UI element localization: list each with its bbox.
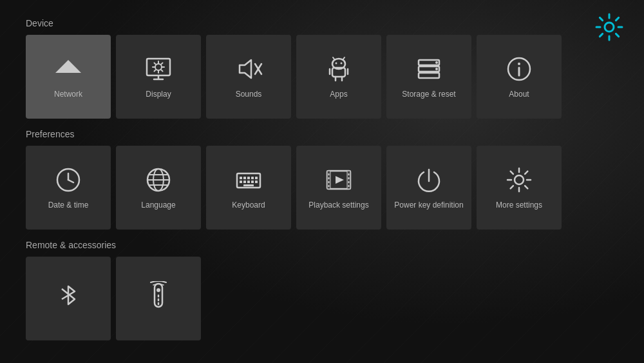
tile-keyboard[interactable]: Keyboard	[206, 146, 291, 230]
svg-line-84	[511, 186, 513, 188]
about-icon	[505, 55, 533, 83]
svg-line-45	[68, 180, 73, 182]
svg-rect-72	[348, 181, 350, 183]
svg-rect-61	[255, 181, 258, 183]
svg-rect-56	[255, 177, 258, 179]
sounds-icon	[234, 55, 263, 83]
svg-point-86	[156, 288, 160, 292]
svg-rect-70	[348, 173, 350, 175]
svg-rect-71	[348, 177, 350, 179]
svg-marker-9	[55, 60, 81, 73]
tile-network-label: Network	[54, 90, 82, 99]
tile-apps[interactable]: Apps	[296, 35, 381, 119]
svg-line-18	[155, 63, 156, 64]
preferences-grid: Date & time Language	[26, 146, 618, 230]
svg-line-21	[155, 70, 156, 71]
keyboard-icon	[234, 166, 263, 194]
svg-rect-73	[348, 185, 350, 187]
remote-section-label: Remote & accessories	[26, 240, 618, 250]
display-icon	[144, 55, 173, 83]
remote-icon	[144, 281, 173, 309]
tile-storage-reset[interactable]: Storage & reset	[386, 35, 471, 119]
svg-line-6	[616, 34, 618, 36]
tile-display[interactable]: Display	[116, 35, 201, 119]
device-section-label: Device	[26, 18, 618, 28]
more-settings-icon	[505, 166, 533, 194]
preferences-section: Preferences Date & time	[26, 129, 618, 230]
svg-line-5	[600, 17, 602, 20]
power-icon	[415, 166, 443, 194]
tile-language[interactable]: Language	[116, 146, 201, 230]
tile-about-label: About	[509, 90, 529, 99]
tile-about[interactable]: About	[477, 35, 562, 119]
tile-apps-label: Apps	[330, 90, 347, 99]
svg-rect-55	[251, 177, 254, 179]
tile-playback-settings-label: Playback settings	[308, 201, 368, 210]
tile-more-settings-label: More settings	[496, 201, 542, 210]
svg-rect-60	[251, 181, 254, 183]
svg-rect-53	[243, 177, 246, 179]
svg-rect-68	[328, 181, 330, 183]
svg-line-81	[511, 172, 513, 174]
network-icon	[54, 55, 82, 83]
svg-rect-62	[243, 184, 254, 186]
svg-rect-67	[328, 177, 330, 179]
tile-power-key[interactable]: Power key definition	[386, 146, 471, 230]
svg-line-82	[525, 186, 527, 188]
tile-language-label: Language	[141, 201, 175, 210]
svg-line-7	[616, 17, 618, 20]
svg-line-19	[161, 70, 162, 71]
settings-gear-button[interactable]	[594, 12, 625, 43]
tile-keyboard-label: Keyboard	[232, 201, 265, 210]
svg-rect-37	[419, 73, 439, 78]
svg-line-20	[161, 63, 162, 64]
tile-date-time[interactable]: Date & time	[26, 146, 111, 230]
svg-point-38	[435, 61, 438, 64]
svg-point-39	[435, 68, 438, 70]
playback-icon	[325, 166, 353, 194]
svg-rect-66	[328, 173, 330, 175]
svg-line-8	[600, 34, 602, 36]
storage-icon	[415, 55, 443, 83]
svg-line-34	[343, 57, 345, 60]
svg-marker-74	[336, 176, 344, 184]
svg-line-83	[525, 172, 527, 174]
device-grid: Network D	[26, 35, 618, 119]
language-icon	[144, 166, 173, 194]
svg-marker-22	[240, 60, 251, 78]
svg-rect-59	[247, 181, 250, 183]
tile-sounds-label: Sounds	[236, 90, 262, 99]
svg-point-0	[605, 23, 614, 32]
tile-storage-reset-label: Storage & reset	[402, 90, 455, 99]
tile-remote[interactable]	[116, 257, 201, 340]
svg-line-33	[333, 57, 335, 60]
remote-accessories-section: Remote & accessories	[26, 240, 618, 340]
tile-date-time-label: Date & time	[48, 201, 89, 210]
tile-bluetooth[interactable]	[26, 257, 111, 340]
svg-point-27	[336, 63, 337, 64]
bluetooth-icon	[54, 281, 82, 309]
svg-point-28	[341, 63, 343, 64]
svg-rect-58	[243, 181, 246, 183]
svg-rect-57	[240, 181, 242, 183]
svg-point-76	[515, 175, 524, 184]
tile-sounds[interactable]: Sounds	[206, 35, 291, 119]
tile-power-key-label: Power key definition	[394, 201, 463, 210]
device-section: Device Network	[26, 18, 618, 119]
tile-display-label: Display	[146, 90, 171, 99]
svg-rect-54	[247, 177, 250, 179]
tile-more-settings[interactable]: More settings	[477, 146, 562, 230]
apps-icon	[325, 55, 353, 83]
preferences-section-label: Preferences	[26, 129, 618, 139]
svg-rect-69	[328, 185, 330, 187]
svg-rect-52	[240, 177, 242, 179]
remote-grid	[26, 257, 618, 340]
svg-point-13	[155, 64, 162, 70]
svg-point-42	[518, 63, 520, 65]
tile-playback-settings[interactable]: Playback settings	[296, 146, 381, 230]
clock-icon	[54, 166, 82, 194]
tile-network[interactable]: Network	[26, 35, 111, 119]
